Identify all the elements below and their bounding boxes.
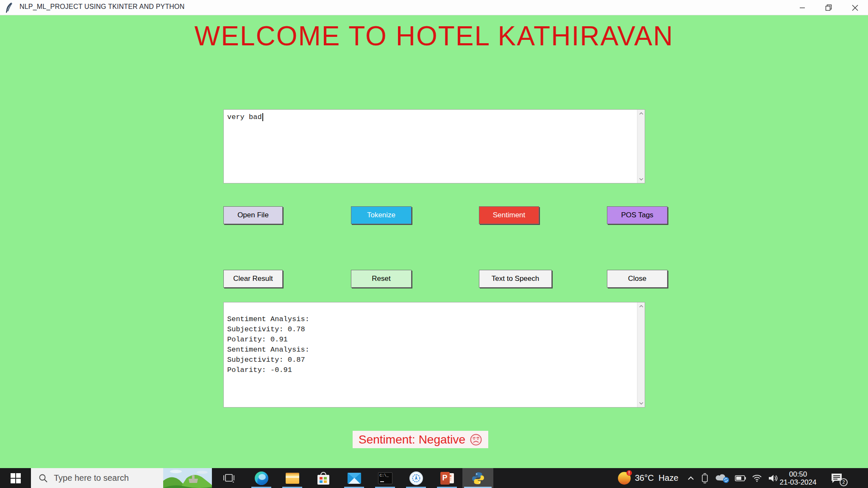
scroll-down-icon[interactable]: [637, 399, 645, 407]
input-text: very bad: [227, 113, 262, 121]
taskbar-item-file-explorer[interactable]: [277, 468, 308, 488]
tray-clock[interactable]: 00:50 21-03-2024: [775, 468, 821, 488]
search-placeholder: Type here to search: [54, 473, 163, 483]
results-text: Sentiment Analysis: Subjectivity: 0.78 P…: [227, 314, 634, 375]
scroll-down-icon[interactable]: [637, 175, 645, 183]
text-input-area[interactable]: very bad: [223, 109, 645, 183]
reset-button[interactable]: Reset: [351, 270, 412, 288]
search-weather-art: [163, 468, 212, 488]
python-icon: [471, 471, 485, 485]
scroll-up-icon[interactable]: [637, 110, 645, 117]
sentiment-result-text: Sentiment: Negative: [359, 433, 465, 446]
results-area[interactable]: Sentiment Analysis: Subjectivity: 0.78 P…: [223, 302, 645, 408]
weather-haze-icon: !: [618, 472, 631, 485]
action-center-button[interactable]: 2: [824, 468, 850, 488]
window-titlebar: NLP_ML_PROJECT USING TKINTER AND PYTHON: [0, 0, 868, 15]
window-title: NLP_ML_PROJECT USING TKINTER AND PYTHON: [19, 3, 185, 11]
taskbar-item-app-badge[interactable]: [401, 468, 431, 488]
pos-tags-button[interactable]: POS Tags: [607, 206, 668, 224]
scroll-up-icon[interactable]: [637, 302, 645, 310]
start-button[interactable]: [0, 468, 31, 488]
open-file-button[interactable]: Open File: [223, 206, 283, 224]
sentiment-button[interactable]: Sentiment: [479, 206, 539, 224]
taskbar-item-mail[interactable]: [339, 468, 370, 488]
task-view-icon: [223, 473, 234, 483]
taskbar-item-powerpoint[interactable]: P: [431, 468, 462, 488]
minimize-button[interactable]: [789, 0, 815, 15]
input-scrollbar[interactable]: [637, 110, 645, 183]
wifi-icon[interactable]: [752, 474, 762, 482]
sentiment-result-label: Sentiment: Negative: [353, 431, 488, 448]
clock-date: 21-03-2024: [780, 478, 817, 486]
weather-condition: Haze: [659, 473, 679, 482]
battery-icon[interactable]: [735, 475, 746, 481]
taskbar-search[interactable]: Type here to search: [31, 468, 212, 488]
text-to-speech-button[interactable]: Text to Speech: [479, 270, 552, 288]
tray-icons: [687, 468, 778, 488]
close-app-button[interactable]: Close: [607, 270, 668, 288]
tokenize-button[interactable]: Tokenize: [351, 206, 412, 224]
tray-weather[interactable]: ! 36°C Haze: [618, 468, 679, 488]
text-cursor: [262, 113, 263, 121]
edge-icon: [255, 471, 268, 485]
desktop-screen: NLP_ML_PROJECT USING TKINTER AND PYTHON …: [0, 0, 868, 488]
file-explorer-icon: [286, 473, 299, 484]
windows-logo-icon: [11, 473, 21, 483]
tkinter-feather-icon: [5, 2, 14, 13]
notification-count-badge: 2: [840, 478, 848, 486]
taskbar-item-python-active[interactable]: [462, 468, 493, 488]
microsoft-store-icon: [317, 472, 329, 485]
window-controls: [789, 0, 868, 15]
taskbar-app-icons: C:\_ P: [212, 468, 493, 488]
cloud-sync-icon[interactable]: [715, 474, 729, 483]
weather-alert-badge: !: [626, 470, 632, 476]
sad-face-icon: [470, 433, 482, 446]
clock-time: 00:50: [789, 470, 807, 478]
close-button[interactable]: [842, 0, 868, 15]
restore-button[interactable]: [815, 0, 842, 15]
task-view-button[interactable]: [212, 468, 246, 488]
weather-temp: 36°C: [635, 473, 654, 482]
powerpoint-icon: P: [440, 472, 454, 485]
input-text-line: very bad: [227, 112, 634, 122]
blue-badge-app-icon: [409, 471, 423, 485]
terminal-icon: C:\_: [378, 472, 392, 484]
taskbar-item-edge[interactable]: [246, 468, 277, 488]
clear-result-button[interactable]: Clear Result: [223, 270, 283, 288]
app-heading: WELCOME TO HOTEL KATHIRAVAN: [0, 20, 868, 52]
taskbar-item-terminal[interactable]: C:\_: [370, 468, 401, 488]
results-scrollbar[interactable]: [637, 302, 645, 407]
phone-link-icon[interactable]: [700, 473, 709, 483]
search-icon: [39, 474, 48, 483]
chevron-up-icon[interactable]: [687, 476, 694, 480]
mail-icon: [348, 473, 361, 484]
taskbar-item-store[interactable]: [308, 468, 339, 488]
